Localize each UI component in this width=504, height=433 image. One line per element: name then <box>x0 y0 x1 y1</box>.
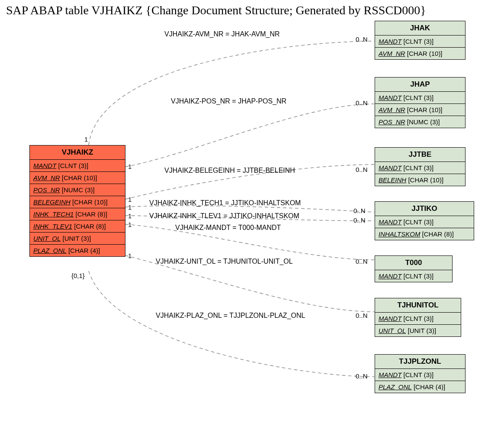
field-row: MANDT [CLNT (3)] <box>375 92 465 104</box>
link-label: VJHAIKZ-PLAZ_ONL = TJJPLZONL-PLAZ_ONL <box>156 312 305 320</box>
field-row: AVM_NR [CHAR (10)] <box>30 172 125 184</box>
link-label: VJHAIKZ-UNIT_OL = TJHUNITOL-UNIT_OL <box>156 258 293 265</box>
field-type: [CHAR (10)] <box>62 174 97 181</box>
field-row: MANDT [CLNT (3)] <box>375 162 465 174</box>
cardinality-right: 0..N <box>356 258 368 265</box>
field-name: INHK_TLEV1 <box>33 223 72 230</box>
entity-name: JHAK <box>375 21 465 36</box>
entity-name: TJJPLZONL <box>375 355 465 369</box>
field-name: AVM_NR <box>33 174 60 181</box>
field-type: [CHAR (10)] <box>408 176 443 184</box>
field-type: [NUMC (3)] <box>407 118 440 126</box>
field-row: AVM_NR [CHAR (10)] <box>375 48 465 59</box>
field-row: AVM_NR [CHAR (10)] <box>375 104 465 116</box>
field-row: MANDT [CLNT (3)] <box>375 313 461 325</box>
field-type: [UNIT (3)] <box>63 235 91 242</box>
field-row: UNIT_OL [UNIT (3)] <box>375 325 461 336</box>
field-type: [CHAR (10)] <box>407 50 443 57</box>
entity-t000: T000 MANDT [CLNT (3)] <box>375 255 453 282</box>
entity-name: JHAP <box>375 78 465 92</box>
entity-jjtbe: JJTBE MANDT [CLNT (3)] BELEINH [CHAR (10… <box>375 147 465 186</box>
field-name: POS_NR <box>379 118 405 126</box>
entity-name: T000 <box>375 256 452 270</box>
entity-name: VJHAIKZ <box>30 145 125 160</box>
entity-name: TJHUNITOL <box>375 298 461 313</box>
field-row: PLAZ_ONL [CHAR (4)] <box>30 245 125 256</box>
field-name: INHK_TECH1 <box>33 210 74 218</box>
field-name: MANDT <box>379 315 401 322</box>
field-row: UNIT_OL [UNIT (3)] <box>30 233 125 245</box>
link-label: VJHAIKZ-INHK_TECH1 = JJTIKO-INHALTSKOM <box>149 199 301 207</box>
cardinality-right: 0..N <box>356 372 368 380</box>
field-name: MANDT <box>33 162 56 169</box>
field-type: [CHAR (8)] <box>76 210 107 218</box>
field-type: [CLNT (3)] <box>404 218 434 226</box>
field-row: INHK_TLEV1 [CHAR (8)] <box>30 220 125 233</box>
field-type: [CHAR (10)] <box>72 198 108 206</box>
field-type: [UNIT (3)] <box>408 327 437 334</box>
field-row: MANDT [CLNT (3)] <box>375 270 452 282</box>
link-label: VJHAIKZ-INHK_TLEV1 = JJTIKO-INHALTSKOM <box>149 212 299 220</box>
entity-name: JJTIKO <box>375 202 474 216</box>
cardinality-right: 0..N <box>356 312 368 319</box>
cardinality-right: 0..N <box>356 166 368 173</box>
field-name: MANDT <box>379 164 401 171</box>
field-row: BELEINH [CHAR (10)] <box>375 174 465 186</box>
field-name: UNIT_OL <box>33 235 61 242</box>
field-name: MANDT <box>379 38 401 45</box>
field-type: [CLNT (3)] <box>404 272 434 280</box>
cardinality-right: 0..N <box>353 216 366 224</box>
field-type: [CLNT (3)] <box>404 94 434 101</box>
field-name: MANDT <box>379 218 401 226</box>
field-row: INHALTSKOM [CHAR (8)] <box>375 228 474 240</box>
field-type: [CLNT (3)] <box>404 371 434 378</box>
field-name: PLAZ_ONL <box>379 383 412 391</box>
entity-vjhaikz: VJHAIKZ MANDT [CLNT (3)] AVM_NR [CHAR (1… <box>29 145 125 257</box>
entity-jhap: JHAP MANDT [CLNT (3)] AVM_NR [CHAR (10)]… <box>375 77 465 128</box>
cardinality-left: 1 <box>128 163 132 170</box>
field-name: POS_NR <box>33 186 60 194</box>
field-name: AVM_NR <box>379 50 405 57</box>
entity-jhak: JHAK MANDT [CLNT (3)] AVM_NR [CHAR (10)] <box>375 21 465 60</box>
link-label: VJHAIKZ-AVM_NR = JHAK-AVM_NR <box>164 30 280 38</box>
field-type: [CLNT (3)] <box>404 315 434 322</box>
cardinality-left: 1 <box>128 212 132 220</box>
link-label: VJHAIKZ-MANDT = T000-MANDT <box>175 224 281 232</box>
field-name: AVM_NR <box>379 106 405 113</box>
entity-jjtiko: JJTIKO MANDT [CLNT (3)] INHALTSKOM [CHAR… <box>375 201 474 240</box>
field-row: MANDT [CLNT (3)] <box>375 36 465 48</box>
entity-tjjplzonl: TJJPLZONL MANDT [CLNT (3)] PLAZ_ONL [CHA… <box>375 354 465 393</box>
field-type: [CHAR (8)] <box>74 223 106 230</box>
link-label: VJHAIKZ-POS_NR = JHAP-POS_NR <box>171 97 286 105</box>
field-type: [CLNT (3)] <box>404 164 434 171</box>
field-row: INHK_TECH1 [CHAR (8)] <box>30 208 125 220</box>
cardinality-left: 1 <box>128 196 132 203</box>
field-name: UNIT_OL <box>379 327 406 334</box>
entity-tjhunitol: TJHUNITOL MANDT [CLNT (3)] UNIT_OL [UNIT… <box>375 298 461 337</box>
cardinality-left: 1 <box>128 252 132 259</box>
field-row: BELEGEINH [CHAR (10)] <box>30 196 125 208</box>
field-name: MANDT <box>379 272 401 280</box>
field-type: [CLNT (3)] <box>58 162 89 169</box>
field-row: POS_NR [NUMC (3)] <box>30 184 125 196</box>
field-row: MANDT [CLNT (3)] <box>30 160 125 172</box>
cardinality-left: 1 <box>128 221 132 228</box>
field-name: BELEGEINH <box>33 198 71 206</box>
field-row: MANDT [CLNT (3)] <box>375 216 474 228</box>
cardinality-left: 1 <box>128 204 132 211</box>
field-type: [CHAR (8)] <box>422 230 454 238</box>
entity-name: JJTBE <box>375 148 465 162</box>
diagram-title: SAP ABAP table VJHAIKZ {Change Document … <box>0 0 504 17</box>
field-row: MANDT [CLNT (3)] <box>375 369 465 381</box>
field-name: MANDT <box>379 371 401 378</box>
field-name: BELEINH <box>379 176 406 184</box>
field-row: PLAZ_ONL [CHAR (4)] <box>375 381 465 393</box>
field-type: [CHAR (4)] <box>68 247 100 254</box>
cardinality-right: 0..N <box>356 99 368 107</box>
field-name: INHALTSKOM <box>379 230 420 238</box>
field-type: [CHAR (4)] <box>414 383 445 391</box>
field-type: [NUMC (3)] <box>62 186 95 194</box>
field-name: MANDT <box>379 94 401 101</box>
cardinality-left: {0,1} <box>71 272 85 279</box>
cardinality-right: 0..N <box>353 207 366 214</box>
